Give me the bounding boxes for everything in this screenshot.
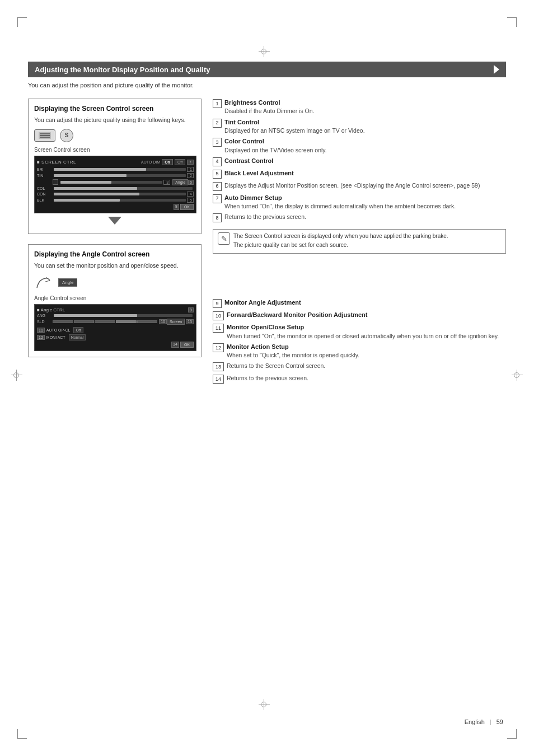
svg-rect-3 (40, 137, 50, 138)
num-badge-3: 3 (213, 138, 222, 147)
screen-badge: Screen (167, 319, 185, 325)
item-title-4: Contrast Control (224, 157, 506, 165)
screen-row-blk: BLK 5 (37, 198, 194, 203)
angle-control-intro: You can set the monitor position and ope… (34, 262, 195, 270)
angle-control-label: Angle Control screen (34, 295, 195, 301)
angle-control-title: Displaying the Angle Control screen (34, 250, 195, 258)
num-badge-6: 6 (213, 182, 222, 191)
item-content-11: Monitor Open/Close Setup When turned "On… (227, 323, 506, 340)
item-content-3: Color Control Displayed on the TV/Video … (224, 137, 506, 154)
num-badge-11: 11 (213, 324, 224, 333)
note-2: The picture quality can be set for each … (233, 241, 448, 249)
item-content-9: Monitor Angle Adjustment (224, 298, 506, 307)
item-desc-7: When turned "On", the display is dimmed … (224, 202, 506, 210)
list-item-5: 5 Black Level Adjustment (213, 169, 506, 179)
screen-control-label: Screen Control screen (34, 147, 195, 153)
angle-bottom-row: 14 OK (37, 342, 194, 348)
screen-control-title: Displaying the Screen Control screen (34, 105, 195, 113)
list-item-9: 9 Monitor Angle Adjustment (213, 298, 506, 308)
left-column: Displaying the Screen Control screen You… (28, 99, 202, 386)
item-title-12: Monitor Action Setup (227, 343, 506, 351)
key-icon-s: S (60, 129, 73, 142)
item-content-7: Auto Dimmer Setup When turned "On", the … (224, 194, 506, 211)
list-item-14: 14 Returns to the previous screen. (213, 374, 506, 384)
page-footer: English | 59 (465, 718, 503, 725)
item-content-2: Tint Control Displayed for an NTSC syste… (224, 118, 506, 135)
note-text: The Screen Control screen is displayed o… (233, 232, 448, 250)
spacer (213, 254, 506, 298)
items-list-bottom: 9 Monitor Angle Adjustment 10 Forward/Ba… (213, 298, 506, 384)
angle-badge-icon: Angle (58, 278, 77, 287)
item-content-4: Contrast Control (224, 157, 506, 165)
item-content-6: Displays the Adjust Monitor Position scr… (224, 181, 506, 189)
crosshair-right (512, 370, 523, 381)
angle-control-mockup: ■ Angle CTRL 9 ANG SLD (34, 304, 196, 351)
list-item-6: 6 Displays the Adjust Monitor Position s… (213, 181, 506, 191)
item-desc-2: Displayed for an NTSC system image on TV… (224, 127, 506, 134)
item-desc-1: Disabled if the Auto Dimmer is On. (224, 107, 506, 115)
item-content-14: Returns to the previous screen. (227, 374, 506, 382)
corner-mark-tl (17, 17, 27, 27)
item-desc-11: When turned "On", the monitor is opened … (227, 332, 506, 340)
item-title-3: Color Control (224, 137, 506, 146)
num-badge-top: 7 (187, 160, 194, 165)
screen-control-subsection: Displaying the Screen Control screen You… (28, 99, 202, 234)
item-desc-13: Returns to the Screen Control screen. (227, 362, 506, 370)
screen-control-intro: You can adjust the picture quality using… (34, 116, 195, 124)
arrow-down (108, 217, 121, 225)
item-desc-6: Displays the Adjust Monitor Position scr… (224, 181, 506, 189)
page-divider: | (490, 718, 491, 725)
num-badge-8: 8 (213, 213, 222, 222)
section-header: Adjusting the Monitor Display Position a… (28, 62, 506, 77)
angle-key-icon (34, 274, 54, 291)
num-badge-1: 1 (213, 99, 222, 108)
mockup-screen-title: ■ SCREEN CTRL (37, 160, 76, 165)
note-1: The Screen Control screen is displayed o… (233, 232, 448, 240)
list-item-13: 13 Returns to the Screen Control screen. (213, 362, 506, 371)
list-item-3: 3 Color Control Displayed on the TV/Vide… (213, 137, 506, 154)
list-item-7: 7 Auto Dimmer Setup When turned "On", th… (213, 194, 506, 211)
screen-control-mockup: ■ SCREEN CTRL AUTO DIM On Off 7 BRI 1 (34, 156, 196, 213)
item-title-2: Tint Control (224, 118, 506, 127)
num-badge-12: 12 (213, 343, 224, 352)
num-badge-10: 10 (213, 311, 224, 320)
auto-dim-off: Off (175, 159, 185, 165)
item-content-8: Returns to the previous screen. (224, 213, 506, 221)
num-badge-2: 2 (213, 119, 222, 128)
crosshair-left (11, 370, 22, 381)
screen-row-con: CON 4 (37, 192, 194, 197)
item-title-10: Forward/Backward Monitor Position Adjust… (227, 311, 506, 319)
num-badge-4: 4 (213, 157, 222, 166)
screen-bottom-row: 8 OK (37, 204, 194, 210)
main-content: Displaying the Screen Control screen You… (28, 99, 506, 386)
num-badge-9: 9 (213, 299, 222, 308)
angle-control-subsection: Displaying the Angle Control screen You … (28, 244, 202, 358)
crosshair-bottom (259, 699, 270, 710)
crosshair-top (259, 46, 270, 57)
list-item-10: 10 Forward/Backward Monitor Position Adj… (213, 311, 506, 320)
list-item-8: 8 Returns to the previous screen. (213, 213, 506, 222)
item-desc-3: Displayed on the TV/Video screen only. (224, 146, 506, 154)
note-box: ✎ The Screen Control screen is displayed… (213, 229, 506, 254)
item-title-7: Auto Dimmer Setup (224, 194, 506, 202)
item-content-13: Returns to the Screen Control screen. (227, 362, 506, 370)
item-content-10: Forward/Backward Monitor Position Adjust… (227, 311, 506, 319)
svg-rect-1 (40, 133, 50, 134)
screen-row-2: TIN 2 (37, 173, 194, 178)
item-title-9: Monitor Angle Adjustment (224, 298, 506, 307)
num-badge-7: 7 (213, 194, 222, 203)
note-icon: ✎ (218, 232, 230, 245)
section-header-arrow (494, 65, 499, 74)
item-content-5: Black Level Adjustment (224, 169, 506, 178)
item-desc-8: Returns to the previous screen. (224, 213, 506, 221)
list-item-2: 2 Tint Control Displayed for an NTSC sys… (213, 118, 506, 135)
items-list-top: 1 Brightness Control Disabled if the Aut… (213, 99, 506, 222)
item-title-1: Brightness Control (224, 99, 506, 107)
angle-num-9: 9 (188, 307, 194, 312)
num-badge-5: 5 (213, 170, 222, 179)
svg-rect-2 (40, 135, 50, 136)
page-number: 59 (496, 718, 503, 725)
screen-row-col: COL (37, 186, 194, 190)
item-desc-12: When set to "Quick", the monitor is open… (227, 351, 506, 359)
angle-row-ang: ANG (37, 314, 194, 318)
